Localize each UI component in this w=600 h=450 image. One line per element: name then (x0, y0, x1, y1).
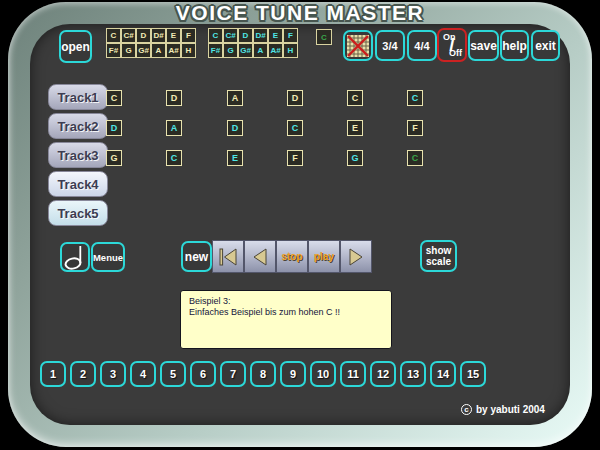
key-g2[interactable]: G (223, 43, 238, 58)
note-cell[interactable]: D (287, 90, 303, 106)
time-3-4-button[interactable]: 3/4 (375, 30, 405, 61)
voice-tune-master-app: VOICE TUNE MASTER open C C# D D# E F F# … (0, 0, 600, 450)
note-button[interactable] (60, 242, 90, 272)
stop-label: stop (281, 251, 302, 262)
key-dsharp1[interactable]: D# (151, 28, 166, 43)
page-1-button[interactable]: 1 (40, 361, 66, 387)
note-cell[interactable]: C (166, 150, 182, 166)
page-5-button[interactable]: 5 (160, 361, 186, 387)
page-14-button[interactable]: 14 (430, 361, 456, 387)
open-button[interactable]: open (59, 30, 92, 63)
menue-button[interactable]: Menue (91, 242, 125, 272)
show-scale-button[interactable]: show scale (420, 240, 457, 272)
key-asharp1[interactable]: A# (166, 43, 181, 58)
page-number-row: 1 2 3 4 5 6 7 8 9 10 11 12 13 14 15 (40, 361, 486, 387)
key-dsharp2[interactable]: D# (253, 28, 268, 43)
on-off-label: On / Off (439, 30, 465, 60)
note-cell[interactable]: E (347, 120, 363, 136)
new-button[interactable]: new (181, 241, 212, 272)
note-cell[interactable]: C (407, 150, 423, 166)
message-line2: Einfaches Beispiel bis zum hohen C !! (189, 307, 383, 318)
help-button[interactable]: help (500, 30, 529, 61)
note-cell[interactable]: D (166, 90, 182, 106)
note-cell[interactable]: A (227, 90, 243, 106)
note-cell[interactable]: C (347, 90, 363, 106)
key-csharp1[interactable]: C# (121, 28, 136, 43)
key-csharp2[interactable]: C# (223, 28, 238, 43)
play-button[interactable]: play (308, 240, 340, 273)
key-f2[interactable]: F (283, 28, 298, 43)
key-d1[interactable]: D (136, 28, 151, 43)
step-back-button[interactable] (244, 240, 276, 273)
half-note-icon (64, 244, 86, 270)
keyboard-octave-2: C C# D D# E F F# G G# A A# H (208, 28, 298, 58)
on-off-button[interactable]: On / Off (437, 28, 467, 62)
note-cell[interactable]: G (106, 150, 122, 166)
key-e2[interactable]: E (268, 28, 283, 43)
key-h1[interactable]: H (181, 43, 196, 58)
page-13-button[interactable]: 13 (400, 361, 426, 387)
note-cell[interactable]: C (287, 120, 303, 136)
key-asharp2[interactable]: A# (268, 43, 283, 58)
exit-button[interactable]: exit (531, 30, 560, 61)
key-a1[interactable]: A (151, 43, 166, 58)
note-cell[interactable]: C (106, 90, 122, 106)
page-4-button[interactable]: 4 (130, 361, 156, 387)
track4-button[interactable]: Track4 (48, 171, 108, 197)
message-line1: Beispiel 3: (189, 296, 383, 307)
copyright-text: by yabuti 2004 (476, 404, 545, 415)
time-4-4-button[interactable]: 4/4 (407, 30, 437, 61)
copyright-icon: c (461, 404, 472, 415)
key-gsharp2[interactable]: G# (238, 43, 253, 58)
key-g1[interactable]: G (121, 43, 136, 58)
page-12-button[interactable]: 12 (370, 361, 396, 387)
key-a2[interactable]: A (253, 43, 268, 58)
key-d2[interactable]: D (238, 28, 253, 43)
key-gsharp1[interactable]: G# (136, 43, 151, 58)
note-cell[interactable]: F (287, 150, 303, 166)
page-9-button[interactable]: 9 (280, 361, 306, 387)
key-fsharp2[interactable]: F# (208, 43, 223, 58)
page-7-button[interactable]: 7 (220, 361, 246, 387)
playback-controls: stop play (212, 240, 372, 273)
stop-button[interactable]: stop (276, 240, 308, 273)
page-6-button[interactable]: 6 (190, 361, 216, 387)
track2-button[interactable]: Track2 (48, 113, 108, 139)
off-label: Off (449, 48, 462, 58)
key-e1[interactable]: E (166, 28, 181, 43)
track1-button[interactable]: Track1 (48, 84, 108, 110)
key-f1[interactable]: F (181, 28, 196, 43)
note-cell[interactable]: F (407, 120, 423, 136)
key-c1[interactable]: C (106, 28, 121, 43)
note-cell[interactable]: A (166, 120, 182, 136)
page-2-button[interactable]: 2 (70, 361, 96, 387)
copyright-notice: c by yabuti 2004 (461, 404, 545, 415)
note-cell[interactable]: D (227, 120, 243, 136)
note-cell[interactable]: E (227, 150, 243, 166)
skip-start-button[interactable] (212, 240, 244, 273)
note-cell[interactable]: G (347, 150, 363, 166)
grid-pattern-icon (347, 35, 369, 57)
page-title: VOICE TUNE MASTER (0, 1, 600, 25)
skip-start-icon (216, 247, 240, 267)
show-scale-line2: scale (426, 256, 451, 267)
note-cell[interactable]: D (106, 120, 122, 136)
key-fsharp1[interactable]: F# (106, 43, 121, 58)
show-scale-line1: show (426, 245, 452, 256)
page-15-button[interactable]: 15 (460, 361, 486, 387)
page-11-button[interactable]: 11 (340, 361, 366, 387)
message-textbox[interactable]: Beispiel 3: Einfaches Beispiel bis zum h… (180, 290, 392, 349)
high-c-key[interactable]: C (316, 29, 332, 45)
pattern-button[interactable] (343, 30, 373, 61)
step-back-icon (249, 247, 271, 267)
track3-button[interactable]: Track3 (48, 142, 108, 168)
save-button[interactable]: save (468, 30, 499, 61)
page-8-button[interactable]: 8 (250, 361, 276, 387)
key-h2[interactable]: H (283, 43, 298, 58)
key-c2[interactable]: C (208, 28, 223, 43)
page-10-button[interactable]: 10 (310, 361, 336, 387)
track5-button[interactable]: Track5 (48, 200, 108, 226)
page-3-button[interactable]: 3 (100, 361, 126, 387)
step-forward-button[interactable] (340, 240, 372, 273)
note-cell[interactable]: C (407, 90, 423, 106)
